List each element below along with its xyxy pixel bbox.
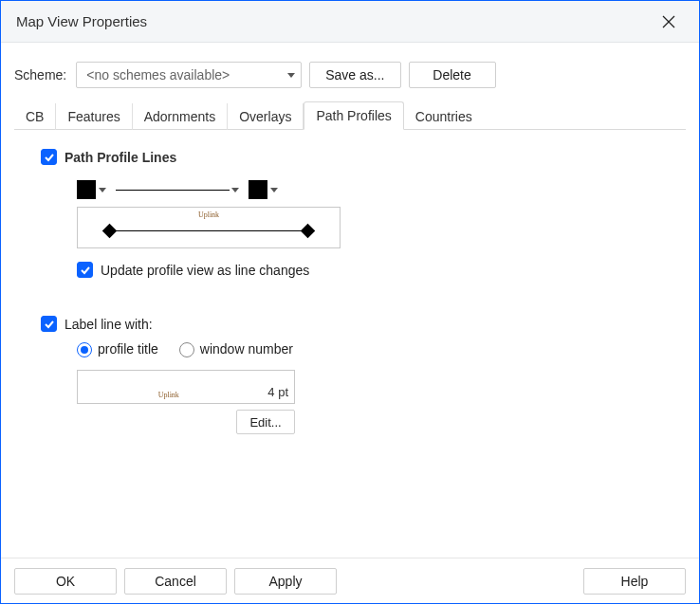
radio-profile-title[interactable] [77, 342, 92, 357]
radio-window-number-label: window number [200, 341, 293, 357]
check-icon [44, 152, 55, 163]
color-swatch-icon [249, 180, 267, 199]
label-line-with-checkbox[interactable] [41, 316, 57, 332]
line-style-editor [77, 180, 659, 199]
radio-window-number-row: window number [179, 341, 293, 357]
tab-adornments[interactable]: Adornments [133, 103, 228, 130]
path-profile-lines-checkbox-row: Path Profile Lines [41, 149, 659, 165]
path-profile-lines-checkbox[interactable] [41, 149, 57, 165]
scheme-dropdown[interactable]: <no schemes available> [76, 62, 302, 88]
line-preview-caption: Uplink [198, 210, 219, 219]
start-marker-color-picker[interactable] [77, 180, 106, 199]
scheme-selection: <no schemes available> [86, 67, 230, 82]
dialog-title: Map View Properties [16, 13, 147, 29]
label-preview-caption: Uplink [158, 391, 179, 399]
tab-features[interactable]: Features [56, 103, 132, 130]
path-profile-lines-title: Path Profile Lines [64, 150, 176, 165]
update-profile-label: Update profile view as line changes [101, 263, 309, 278]
line-style-picker[interactable] [116, 180, 230, 199]
color-swatch-icon [77, 180, 96, 199]
chevron-down-icon [270, 188, 278, 192]
label-line-with-row: Label line with: [41, 316, 659, 332]
edit-row: Edit... [77, 410, 295, 434]
path-profiles-panel: Path Profile Lines Uplink [14, 130, 686, 558]
edit-button[interactable]: Edit... [236, 410, 295, 434]
check-icon [44, 319, 55, 330]
tab-countries[interactable]: Countries [404, 103, 484, 130]
update-profile-row: Update profile view as line changes [77, 262, 659, 278]
diamond-icon [301, 224, 316, 239]
line-icon [106, 230, 311, 231]
map-view-properties-dialog: Map View Properties Scheme: <no schemes … [0, 0, 700, 604]
close-icon [662, 15, 675, 28]
update-profile-checkbox[interactable] [77, 262, 93, 278]
client-area: Scheme: <no schemes available> Save as..… [1, 43, 699, 558]
titlebar: Map View Properties [1, 1, 699, 43]
line-icon [116, 190, 230, 191]
chevron-down-icon [231, 188, 239, 192]
chevron-down-icon [99, 188, 106, 192]
radio-window-number[interactable] [179, 342, 194, 357]
tab-cb[interactable]: CB [14, 103, 56, 130]
line-preview: Uplink [77, 207, 341, 248]
dialog-footer: OK Cancel Apply Help [1, 558, 699, 603]
label-preview: Uplink 4 pt [77, 370, 295, 404]
end-marker-color-picker[interactable] [249, 180, 278, 199]
apply-button[interactable]: Apply [234, 568, 337, 595]
tab-path-profiles[interactable]: Path Profiles [304, 101, 403, 130]
label-radio-group: profile title window number [77, 341, 659, 357]
help-button[interactable]: Help [583, 568, 686, 595]
delete-button[interactable]: Delete [409, 62, 496, 88]
chevron-down-icon [287, 73, 295, 78]
check-icon [80, 265, 91, 276]
close-button[interactable] [652, 5, 686, 39]
scheme-row: Scheme: <no schemes available> Save as..… [14, 62, 686, 88]
tab-overlays[interactable]: Overlays [228, 103, 304, 130]
label-preview-pt: 4 pt [267, 385, 288, 399]
cancel-button[interactable]: Cancel [124, 568, 227, 595]
scheme-label: Scheme: [14, 67, 66, 82]
radio-profile-title-row: profile title [77, 341, 158, 357]
radio-profile-title-label: profile title [98, 341, 158, 357]
label-line-with-label: Label line with: [64, 317, 153, 332]
ok-button[interactable]: OK [14, 568, 117, 595]
footer-left-buttons: OK Cancel Apply [14, 568, 337, 595]
save-as-button[interactable]: Save as... [309, 62, 400, 88]
tab-strip: CB Features Adornments Overlays Path Pro… [14, 101, 686, 130]
